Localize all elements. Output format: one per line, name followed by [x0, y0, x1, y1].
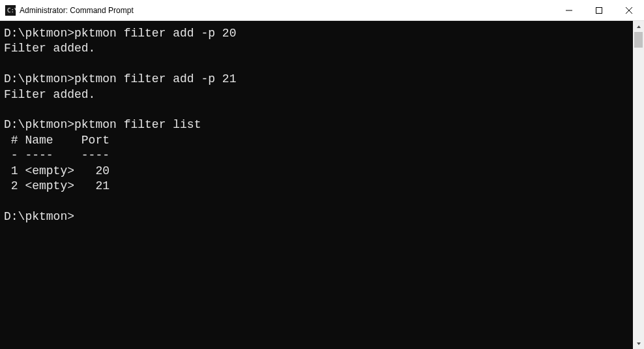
terminal-line: # Name Port — [4, 133, 633, 148]
maximize-button[interactable] — [584, 0, 614, 20]
svg-text:C:\: C:\ — [7, 7, 16, 14]
minimize-icon — [566, 7, 572, 14]
svg-rect-4 — [596, 7, 602, 13]
scroll-down-arrow[interactable] — [633, 338, 644, 349]
terminal-line: Filter added. — [4, 41, 633, 56]
close-icon — [626, 7, 632, 14]
chevron-down-icon — [636, 341, 641, 346]
terminal-line — [4, 102, 633, 117]
terminal-line: D:\pktmon>pktmon filter add -p 21 — [4, 72, 633, 87]
close-button[interactable] — [614, 0, 644, 20]
command-text: pktmon filter add -p 20 — [74, 27, 236, 40]
scroll-up-arrow[interactable] — [633, 21, 644, 32]
terminal-line: Filter added. — [4, 87, 633, 102]
terminal-line: D:\pktmon>pktmon filter add -p 20 — [4, 26, 633, 41]
maximize-icon — [596, 7, 602, 14]
minimize-button[interactable] — [554, 0, 584, 20]
scroll-thumb[interactable] — [634, 32, 643, 48]
terminal-line — [4, 194, 633, 209]
prompt: D:\pktmon> — [4, 27, 74, 40]
terminal-line: - ---- ---- — [4, 148, 633, 163]
window-titlebar: C:\ Administrator: Command Prompt — [0, 0, 644, 21]
prompt: D:\pktmon> — [4, 118, 74, 131]
svg-marker-8 — [637, 342, 641, 345]
window-controls — [554, 0, 644, 20]
scroll-track[interactable] — [633, 32, 644, 338]
terminal-line: D:\pktmon>pktmon filter list — [4, 117, 633, 132]
cmd-icon: C:\ — [5, 5, 16, 16]
vertical-scrollbar[interactable] — [633, 21, 644, 349]
command-text: pktmon filter add -p 21 — [74, 72, 236, 85]
window-title: Administrator: Command Prompt — [20, 6, 554, 15]
chevron-up-icon — [636, 24, 641, 29]
terminal-line: D:\pktmon> — [4, 209, 633, 224]
terminal-line — [4, 57, 633, 72]
command-text: pktmon filter list — [74, 118, 201, 131]
prompt: D:\pktmon> — [4, 72, 74, 85]
svg-marker-7 — [637, 25, 641, 28]
terminal-output[interactable]: D:\pktmon>pktmon filter add -p 20Filter … — [0, 21, 633, 349]
client-area: D:\pktmon>pktmon filter add -p 20Filter … — [0, 21, 644, 349]
prompt: D:\pktmon> — [4, 210, 74, 223]
terminal-line: 2 <empty> 21 — [4, 179, 633, 194]
terminal-line: 1 <empty> 20 — [4, 164, 633, 179]
